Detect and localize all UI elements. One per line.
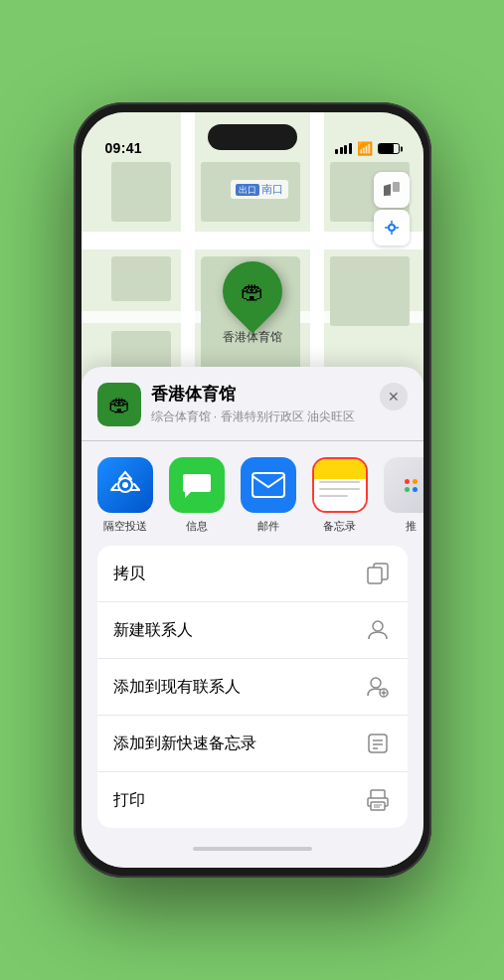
messages-share-button[interactable]: 信息	[161, 457, 233, 534]
copy-label: 拷贝	[113, 564, 145, 584]
map-type-button[interactable]	[374, 172, 410, 208]
bottom-sheet: 🏟 香港体育馆 综合体育馆 · 香港特别行政区 油尖旺区 ✕	[82, 367, 423, 868]
svg-point-14	[371, 678, 381, 688]
messages-label: 信息	[186, 519, 208, 534]
status-time: 09:41	[105, 140, 142, 156]
venue-icon: 🏟	[97, 383, 141, 426]
add-quick-note-action[interactable]: 添加到新快速备忘录	[97, 716, 408, 772]
mail-label: 邮件	[257, 519, 279, 534]
add-existing-contact-label: 添加到现有联系人	[113, 677, 241, 698]
note-icon	[364, 730, 392, 757]
add-existing-contact-action[interactable]: 添加到现有联系人	[97, 659, 408, 716]
airdrop-share-button[interactable]: 隔空投送	[89, 457, 161, 534]
wifi-icon: 📶	[357, 141, 373, 156]
venue-info: 香港体育馆 综合体育馆 · 香港特别行政区 油尖旺区	[151, 383, 380, 425]
add-quick-note-label: 添加到新快速备忘录	[113, 734, 256, 754]
map-block	[330, 256, 410, 326]
notes-icon	[312, 457, 368, 513]
pin-emoji: 🏟	[241, 277, 264, 305]
copy-icon	[364, 560, 392, 587]
more-share-button[interactable]: 推	[376, 457, 423, 534]
airdrop-label: 隔空投送	[103, 519, 147, 534]
svg-rect-23	[371, 802, 385, 810]
battery-icon	[378, 143, 400, 154]
svg-rect-22	[371, 790, 385, 798]
notes-share-button[interactable]: 备忘录	[304, 457, 376, 534]
messages-icon	[169, 457, 225, 513]
map-exit-label: 出口南口	[231, 180, 288, 199]
svg-point-3	[389, 225, 395, 231]
notes-label: 备忘录	[323, 519, 356, 534]
person-plus-icon	[364, 673, 392, 701]
print-action[interactable]: 打印	[97, 772, 408, 828]
print-label: 打印	[113, 790, 145, 811]
more-icon	[384, 457, 423, 513]
venue-name: 香港体育馆	[151, 383, 380, 406]
dynamic-island	[208, 124, 297, 150]
svg-point-13	[373, 621, 383, 631]
more-label: 推	[406, 519, 417, 534]
action-list: 拷贝 新建联系人	[97, 546, 408, 828]
svg-rect-18	[369, 735, 387, 752]
home-indicator	[82, 838, 423, 868]
svg-rect-1	[393, 182, 400, 192]
close-button[interactable]: ✕	[380, 383, 408, 410]
pin-circle: 🏟	[210, 249, 294, 334]
airdrop-icon	[97, 457, 153, 513]
phone-screen: 09:41 📶	[82, 112, 423, 868]
venue-subtitle: 综合体育馆 · 香港特别行政区 油尖旺区	[151, 408, 380, 425]
copy-action[interactable]: 拷贝	[97, 546, 408, 602]
signal-bars-icon	[335, 143, 352, 154]
status-icons: 📶	[335, 141, 400, 156]
svg-marker-2	[384, 184, 391, 196]
svg-rect-10	[252, 473, 284, 497]
mail-icon	[241, 457, 296, 513]
map-block	[111, 162, 171, 222]
svg-point-9	[122, 482, 128, 488]
map-controls	[374, 172, 410, 245]
new-contact-action[interactable]: 新建联系人	[97, 602, 408, 659]
new-contact-label: 新建联系人	[113, 620, 193, 641]
share-apps-row: 隔空投送 信息	[82, 441, 423, 546]
phone-frame: 09:41 📶	[74, 102, 431, 878]
print-icon	[364, 786, 392, 814]
location-button[interactable]	[374, 210, 410, 245]
map-road	[82, 232, 423, 249]
venue-header: 🏟 香港体育馆 综合体育馆 · 香港特别行政区 油尖旺区 ✕	[82, 383, 423, 441]
svg-rect-12	[368, 568, 382, 583]
map-block	[111, 256, 171, 301]
person-add-icon	[364, 616, 392, 644]
location-pin: 🏟 香港体育馆	[223, 261, 282, 346]
home-bar	[193, 847, 312, 851]
mail-share-button[interactable]: 邮件	[233, 457, 304, 534]
